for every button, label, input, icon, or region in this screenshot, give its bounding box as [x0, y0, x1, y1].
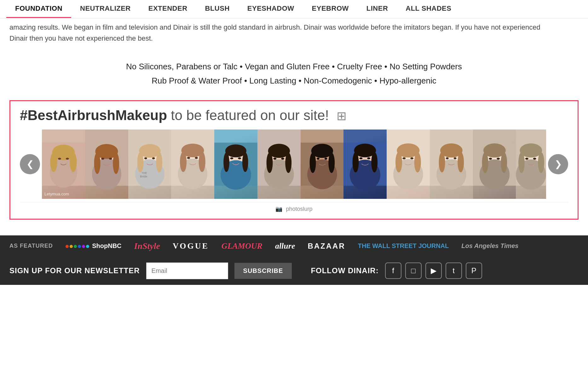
- svg-point-95: [538, 152, 544, 173]
- svg-point-6: [58, 158, 61, 159]
- gallery-next-button[interactable]: ❯: [548, 154, 568, 174]
- svg-point-22: [144, 157, 147, 159]
- featured-label: AS FEATURED: [9, 243, 53, 249]
- svg-point-40: [230, 157, 233, 159]
- gallery-photo-10[interactable]: [430, 130, 473, 199]
- nav-item-eyeshadow[interactable]: EYESHADOW: [239, 0, 303, 18]
- featured-bar: AS FEATURED ShopNBC InStyle VOGUE GLAMOU…: [0, 235, 588, 257]
- features-line2: Rub Proof & Water Proof • Long Lasting •…: [6, 74, 582, 88]
- hashtag-bold: #BestAirbrushMakeup: [20, 107, 167, 123]
- brand-glamour: GLAMOUR: [222, 241, 262, 251]
- facebook-icon[interactable]: f: [385, 262, 401, 279]
- email-input[interactable]: [146, 262, 228, 279]
- svg-point-14: [101, 158, 104, 159]
- svg-point-96: [525, 158, 528, 159]
- camera-icon: 📷: [275, 206, 282, 212]
- svg-point-41: [238, 157, 241, 159]
- svg-point-73: [410, 157, 413, 159]
- svg-point-38: [223, 152, 229, 172]
- svg-point-87: [501, 152, 507, 173]
- svg-point-32: [187, 157, 190, 159]
- svg-point-86: [482, 152, 488, 173]
- newsletter-label: SIGN UP FOR OUR NEWSLETTER: [9, 266, 140, 275]
- gallery-photo-4[interactable]: [171, 130, 214, 199]
- follow-label: FOLLOW DINAIR:: [311, 266, 378, 275]
- svg-point-54: [309, 153, 316, 173]
- gallery-image-grid: Letymua.com: [42, 130, 546, 199]
- svg-point-13: [113, 152, 119, 174]
- svg-point-12: [94, 152, 100, 174]
- social-icons-group: f □ ▶ t P: [385, 262, 482, 279]
- gallery-photo-1[interactable]: Letymua.com: [42, 130, 85, 199]
- svg-point-72: [402, 157, 406, 159]
- gallery-photo-6[interactable]: [257, 130, 301, 199]
- svg-point-55: [328, 153, 335, 173]
- subscribe-button[interactable]: SUBSCRIBE: [234, 263, 292, 279]
- svg-point-78: [439, 152, 445, 172]
- gallery-photo-11[interactable]: [473, 130, 516, 199]
- svg-point-57: [324, 158, 327, 159]
- hashtag-title: #BestAirbrushMakeup to be featured on ou…: [20, 107, 568, 123]
- nav-item-neutralizer[interactable]: NEUTRALIZER: [71, 0, 140, 18]
- svg-text:THE: THE: [141, 171, 147, 175]
- brand-lat: Los Angeles Times: [461, 242, 518, 250]
- svg-point-97: [533, 158, 536, 159]
- svg-point-21: [156, 152, 162, 172]
- svg-point-64: [360, 157, 363, 159]
- gallery-photo-5[interactable]: [214, 130, 257, 199]
- nav-item-liner[interactable]: LINER: [358, 0, 397, 18]
- svg-point-79: [458, 152, 464, 172]
- brand-nbc: ShopNBC: [66, 242, 122, 250]
- nbc-peacock-icon: [66, 245, 89, 248]
- features-line1: No Silicones, Parabens or Talc • Vegan a…: [6, 60, 582, 73]
- nav-bar: FOUNDATION NEUTRALIZER EXTENDER BLUSH EY…: [0, 0, 588, 19]
- svg-point-80: [446, 157, 449, 159]
- instagram-social-icon[interactable]: □: [405, 262, 422, 279]
- svg-text:Bride: Bride: [140, 175, 147, 178]
- nav-item-eyebrow[interactable]: EYEBROW: [303, 0, 358, 18]
- svg-point-7: [66, 158, 69, 159]
- gallery-photo-9[interactable]: [387, 130, 430, 199]
- newsletter-bar: SIGN UP FOR OUR NEWSLETTER SUBSCRIBE FOL…: [0, 257, 588, 285]
- svg-point-62: [353, 152, 359, 172]
- nav-item-extender[interactable]: EXTENDER: [140, 0, 196, 18]
- gallery-photo-3[interactable]: THE Bride: [128, 130, 171, 199]
- svg-point-88: [489, 158, 492, 159]
- svg-point-30: [180, 152, 187, 172]
- svg-point-94: [518, 152, 525, 173]
- gallery-photo-8[interactable]: [343, 130, 387, 199]
- svg-point-89: [497, 158, 500, 159]
- nav-item-foundation[interactable]: FOUNDATION: [6, 0, 71, 18]
- youtube-icon[interactable]: ▶: [425, 262, 442, 279]
- pinterest-icon[interactable]: P: [466, 262, 482, 279]
- svg-point-39: [242, 152, 248, 172]
- svg-point-15: [109, 158, 112, 159]
- gallery-photo-7[interactable]: [301, 130, 344, 199]
- svg-point-33: [195, 157, 198, 159]
- nav-item-blush[interactable]: BLUSH: [196, 0, 239, 18]
- gallery-photo-12[interactable]: [516, 130, 546, 199]
- brand-vogue: VOGUE: [173, 241, 209, 251]
- svg-point-81: [454, 157, 457, 159]
- photoslurp-bar: 📷 photoslurp: [20, 202, 568, 216]
- instagram-icon[interactable]: ⊞: [337, 109, 347, 123]
- gallery-prev-button[interactable]: ❮: [20, 154, 40, 174]
- photo-watermark: Letymua.com: [44, 192, 69, 196]
- svg-point-48: [273, 158, 276, 159]
- hashtag-regular: to be featured on our site!: [167, 107, 329, 123]
- svg-point-71: [414, 152, 421, 172]
- twitter-icon[interactable]: t: [446, 262, 462, 279]
- svg-point-5: [70, 152, 77, 172]
- nav-item-allshades[interactable]: ALL SHADES: [397, 0, 460, 18]
- brand-bazaar: BAZAAR: [308, 242, 345, 251]
- svg-point-70: [395, 152, 402, 172]
- brand-allure: allure: [275, 241, 295, 251]
- svg-point-46: [266, 153, 273, 173]
- hashtag-section: #BestAirbrushMakeup to be featured on ou…: [9, 100, 579, 220]
- gallery-photo-2[interactable]: [85, 130, 128, 199]
- svg-point-49: [281, 158, 284, 159]
- intro-text: amazing results. We began in film and te…: [0, 19, 567, 50]
- svg-point-23: [152, 157, 155, 159]
- svg-point-47: [285, 153, 291, 173]
- brand-instyle: InStyle: [134, 241, 160, 251]
